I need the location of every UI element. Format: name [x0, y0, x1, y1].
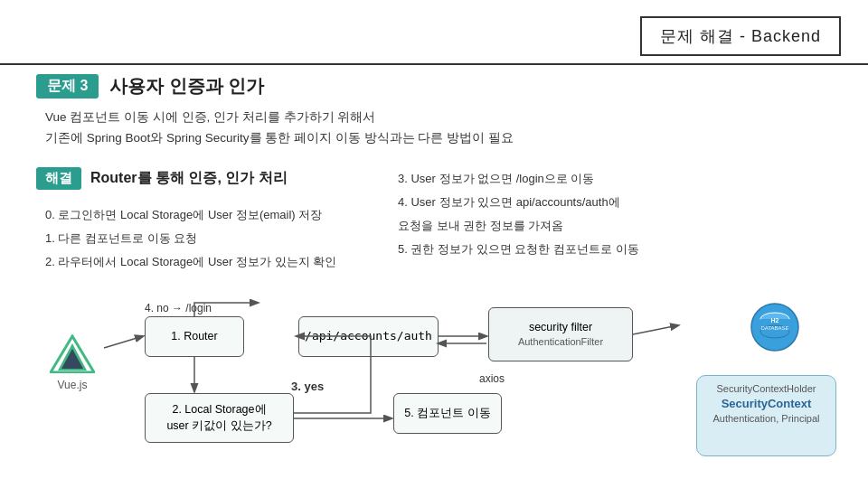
svg-line-10 [104, 336, 143, 348]
box-api: /api/accounts/auth [298, 316, 439, 357]
step-4b: 요청을 보내 권한 정보를 가져옴 [398, 214, 832, 238]
slide: 문제 해결 - Backend 문제 3 사용자 인증과 인가 Vue 컴포넌트… [0, 0, 868, 488]
problem-desc: Vue 컴포넌트 이동 시에 인증, 인가 처리를 추가하기 위해서 기존에 S… [45, 108, 832, 149]
step-2: 2. 라우터에서 Local Storage에 User 정보가 있는지 확인 [45, 250, 425, 274]
top-divider [0, 63, 868, 65]
solution-title: Router를 통해 인증, 인가 처리 [90, 169, 288, 188]
security-filter-sub: AuthenticationFilter [518, 335, 603, 349]
diagram-area: Vue.js 1. Router 2. Local Storage에user 키… [36, 298, 832, 470]
vuejs-logo: Vue.js [50, 334, 95, 391]
security-context-holder-label: SecurityContextHolder [704, 383, 828, 394]
slide-title: 문제 해결 - Backend [660, 27, 821, 45]
vuejs-label: Vue.js [50, 379, 95, 391]
solution-steps-left: 0. 로그인하면 Local Storage에 User 정보(email) 저… [36, 203, 425, 274]
step-0: 0. 로그인하면 Local Storage에 User 정보(email) 저… [45, 203, 425, 227]
step-3: 3. User 정보가 없으면 /login으로 이동 [398, 167, 832, 191]
svg-text:H2: H2 [771, 317, 779, 324]
solution-steps-left-list: 0. 로그인하면 Local Storage에 User 정보(email) 저… [45, 203, 425, 274]
label-axios: axios [479, 372, 505, 385]
solution-section: 해결 Router를 통해 인증, 인가 처리 0. 로그인하면 Local S… [36, 167, 832, 197]
problem-section: 문제 3 사용자 인증과 인가 Vue 컴포넌트 이동 시에 인증, 인가 처리… [36, 74, 832, 149]
security-context-main: SecurityContext [704, 397, 828, 410]
step-5: 5. 권한 정보가 있으면 요청한 컴포넌트로 이동 [398, 238, 832, 261]
label-3yes: 3. yes [291, 380, 324, 393]
box-component: 5. 컴포넌트 이동 [393, 393, 502, 434]
step-1: 1. 다른 컴포넌트로 이동 요청 [45, 227, 425, 250]
step-4a: 4. User 정보가 있으면 api/accounts/auth에 [398, 191, 832, 214]
security-context-sub: Authentication, Principal [704, 413, 828, 424]
problem-header: 문제 3 사용자 인증과 인가 [36, 74, 832, 99]
svg-text:DATABASE: DATABASE [760, 325, 788, 331]
solution-badge: 해결 [36, 167, 81, 190]
solution-steps-right: 3. User 정보가 없으면 /login으로 이동 4. User 정보가 … [398, 167, 832, 261]
title-box: 문제 해결 - Backend [640, 16, 841, 56]
problem-badge: 문제 3 [36, 74, 99, 99]
vuejs-icon [50, 334, 95, 373]
security-filter-title: security filter [518, 320, 603, 336]
box-security-filter: security filter AuthenticationFilter [488, 307, 633, 361]
h2-database-icon: H2 DATABASE [750, 303, 800, 355]
box-router: 1. Router [145, 316, 244, 357]
label-4no: 4. no → /login [145, 302, 212, 314]
problem-title: 사용자 인증과 인가 [109, 74, 264, 99]
security-context-box: SecurityContextHolder SecurityContext Au… [696, 375, 836, 456]
svg-line-15 [633, 325, 678, 334]
box-local-storage: 2. Local Storage에user 키값이 있는가? [145, 393, 294, 443]
problem-desc2: 기존에 Spring Boot와 Spring Security를 통한 페이지… [45, 128, 832, 149]
problem-desc1: Vue 컴포넌트 이동 시에 인증, 인가 처리를 추가하기 위해서 [45, 108, 832, 128]
